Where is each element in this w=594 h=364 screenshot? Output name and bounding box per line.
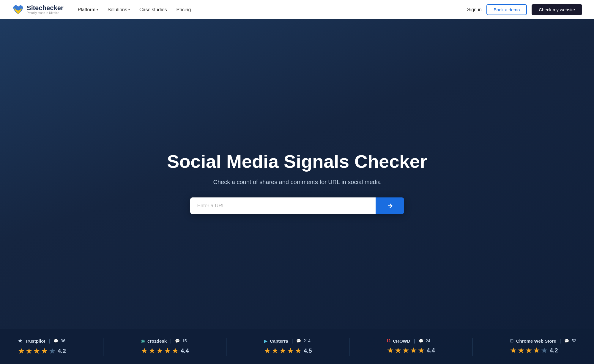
book-demo-button[interactable]: Book a demo	[486, 4, 527, 15]
chrome-name: Chrome Web Store	[516, 338, 556, 344]
rating-chrome: ⊡ Chrome Web Store | 💬 52 ★ ★ ★ ★ ★ 4.2	[510, 338, 576, 355]
rating-crozdesk: ◉ crozdesk | 💬 15 ★ ★ ★ ★ ★ 4.4	[141, 338, 189, 355]
crozdesk-comment-icon: 💬	[175, 339, 180, 343]
nav-links: Platform ▾ Solutions ▾ Case studies Pric…	[78, 7, 467, 12]
g2crowd-comment-icon: 💬	[419, 339, 423, 343]
logo-icon	[12, 4, 24, 16]
nav-pricing[interactable]: Pricing	[176, 7, 191, 12]
rating-divider-4	[472, 338, 472, 356]
url-search-input[interactable]	[190, 197, 376, 214]
crozdesk-stars: ★ ★ ★ ★ ★ 4.4	[141, 346, 189, 355]
hero-title: Social Media Signals Checker	[167, 151, 427, 172]
trustpilot-icon: ★	[18, 338, 23, 344]
capterra-name: Capterra	[270, 338, 288, 344]
rating-divider-1	[103, 338, 103, 356]
solutions-chevron-icon: ▾	[128, 8, 130, 11]
platform-chevron-icon: ▾	[97, 8, 98, 11]
g2crowd-count: 24	[426, 338, 431, 343]
capterra-stars: ★ ★ ★ ★ ★ 4.5	[264, 346, 312, 355]
crozdesk-name: crozdesk	[147, 338, 167, 344]
g2crowd-stars: ★ ★ ★ ★ ★ 4.4	[387, 346, 435, 355]
logo-tagline: Proudly made in Ukraine	[27, 11, 64, 15]
crozdesk-count: 15	[182, 338, 187, 343]
capterra-comment-icon: 💬	[296, 339, 301, 343]
ratings-bar: ★ Trustpilot | 💬 36 ★ ★ ★ ★ ★ 4.2 ◉ croz…	[0, 329, 594, 364]
trustpilot-name: Trustpilot	[25, 338, 45, 344]
nav-solutions[interactable]: Solutions ▾	[108, 7, 130, 12]
g2crowd-score: 4.4	[427, 347, 435, 354]
g2crowd-icon: G	[387, 338, 390, 344]
logo-name: Sitechecker	[27, 5, 64, 11]
rating-capterra: ▶ Capterra | 💬 214 ★ ★ ★ ★ ★ 4.5	[264, 338, 312, 355]
chrome-stars: ★ ★ ★ ★ ★ 4.2	[510, 346, 576, 355]
check-website-button[interactable]: Check my website	[532, 4, 582, 15]
hero-subtitle: Check a count of shares and comments for…	[213, 179, 381, 186]
nav-actions: Sign in Book a demo Check my website	[467, 4, 582, 15]
rating-divider-3	[349, 338, 349, 356]
rating-trustpilot: ★ Trustpilot | 💬 36 ★ ★ ★ ★ ★ 4.2	[18, 338, 66, 356]
capterra-score: 4.5	[304, 347, 312, 354]
rating-divider-2	[226, 338, 226, 356]
crozdesk-icon: ◉	[141, 338, 145, 344]
signin-button[interactable]: Sign in	[467, 7, 482, 12]
nav-case-studies[interactable]: Case studies	[139, 7, 167, 12]
arrow-right-icon	[386, 202, 393, 209]
chrome-score: 4.2	[550, 347, 558, 354]
trustpilot-stars: ★ ★ ★ ★ ★ 4.2	[18, 346, 66, 356]
chrome-icon: ⊡	[510, 338, 514, 344]
g2crowd-name: CROWD	[393, 338, 410, 344]
capterra-count: 214	[303, 338, 310, 343]
trustpilot-score: 4.2	[58, 348, 66, 354]
capterra-icon: ▶	[264, 338, 267, 344]
nav-platform[interactable]: Platform ▾	[78, 7, 98, 12]
chrome-comment-icon: 💬	[564, 339, 569, 343]
trustpilot-count: 36	[61, 338, 65, 343]
chrome-count: 52	[571, 338, 576, 343]
logo[interactable]: Sitechecker Proudly made in Ukraine	[12, 4, 64, 16]
search-box	[190, 197, 404, 214]
rating-g2crowd: G CROWD | 💬 24 ★ ★ ★ ★ ★ 4.4	[387, 338, 435, 355]
trustpilot-comment-icon: 💬	[53, 339, 58, 343]
hero-section: Social Media Signals Checker Check a cou…	[0, 19, 594, 364]
navbar: Sitechecker Proudly made in Ukraine Plat…	[0, 0, 594, 19]
search-submit-button[interactable]	[376, 197, 404, 214]
crozdesk-score: 4.4	[181, 347, 189, 354]
